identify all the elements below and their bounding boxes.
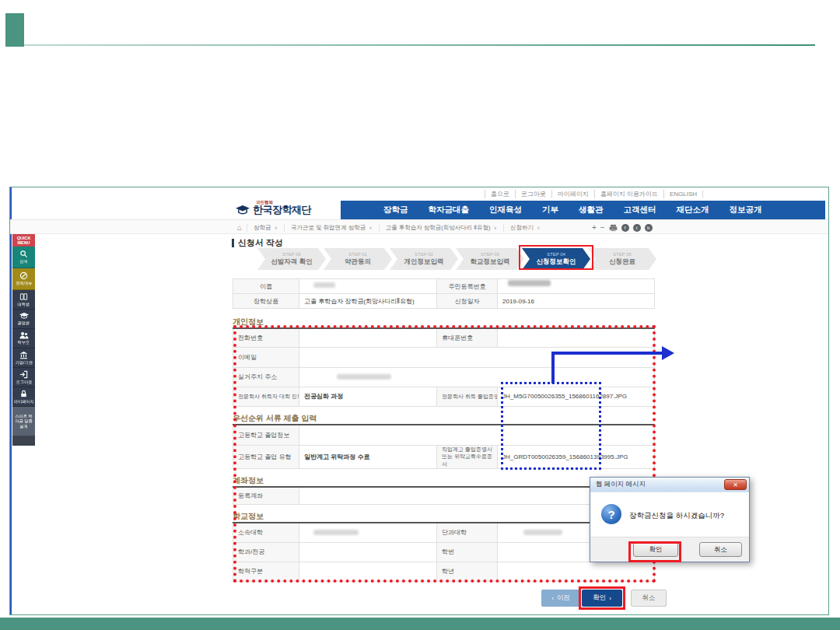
sidebar-item-mypage[interactable]: 마이페이지 (12, 387, 35, 407)
table-row: 학적구분 학년 (233, 562, 655, 581)
cancel-button-label: 취소 (642, 593, 656, 603)
step-number: STEP 05 (613, 252, 632, 258)
cell-value-email (299, 347, 655, 367)
cell-label-address: 실거주지 주소 (233, 367, 299, 387)
bank-icon (19, 351, 28, 359)
step-number: STEP 00 (282, 252, 301, 258)
table-row: 전문학사 취득자 대학 진학 유형 전공심화 과정 전문학사 취득 졸업증명서 … (233, 387, 655, 406)
utility-link-home[interactable]: 홈으로 (485, 190, 516, 198)
sidebar-item-all-menu[interactable]: 전체메뉴 (12, 268, 35, 290)
cancel-button[interactable]: 취소 (631, 590, 667, 607)
twitter-icon[interactable]: t (633, 224, 641, 232)
all-menu-icon (19, 271, 28, 280)
cell-label-highschool-info: 고등학교 졸업정보 (233, 425, 299, 445)
cell-label-associate-degree-type: 전문학사 취득자 대학 진학 유형 (233, 387, 299, 406)
breadcrumb-item-work-scholarship[interactable]: 국가근로 및 취업연계 장학금 ∨ (284, 224, 379, 232)
breadcrumb-label: 신청하기 (510, 224, 534, 232)
sidebar-item-corporate[interactable]: 기업/기관 (12, 348, 35, 368)
lock-icon (19, 390, 28, 398)
sidebar-item-smart-plan[interactable]: 스마트 학자금 맞춤설계 (12, 407, 35, 436)
section-title-personal-info: 개인정보 (233, 317, 264, 327)
breadcrumb-bar: ⌂ 장학금 ∨ 국가근로 및 취업연계 장학금 ∨ 고졸 후학습자 장학금(희망… (10, 219, 828, 234)
cell-label-vocational-certificate: 직업계고 졸업증명서 또는 위탁교육수료증서 (437, 445, 498, 468)
logout-icon (19, 370, 28, 379)
table-row: 장학상품 고졸 후학습자 장학금(희망사다리Ⅱ유형) 신청일자 2019-09-… (233, 294, 655, 309)
people-icon (19, 331, 29, 339)
blue-arrow-head (662, 346, 674, 360)
cell-value-vocational-certificate-filename: JH_GRDT0050026359_1568601393995.JPG (498, 445, 655, 468)
page-tools: + − f t b (592, 220, 653, 235)
cell-value-highschool-grad-type: 일반계고 위탁과정 수료 (299, 445, 437, 468)
nav-item-dormitory[interactable]: 생활관 (579, 205, 604, 215)
utility-link-mypage[interactable]: 마이페이지 (552, 190, 595, 198)
nav-item-customer-center[interactable]: 고객센터 (624, 205, 656, 215)
main-nav-bar: 장학금 학자금대출 인재육성 기부 생활관 고객센터 재단소개 정보공개 (341, 201, 825, 219)
font-zoom-in-button[interactable]: + (592, 224, 597, 232)
step-number: STEP 02 (415, 252, 433, 258)
cell-label-phone: 전화번호 (233, 328, 299, 347)
breadcrumb-item-apply[interactable]: 신청하기 ∨ (503, 224, 546, 232)
cell-label-registered-account: 등록계좌 (233, 487, 299, 504)
step-05-complete: STEP 05 신청완료 (588, 248, 656, 270)
cell-value-phone (299, 328, 437, 347)
step-label: 약관동의 (345, 257, 371, 266)
step-label: 개인정보입력 (404, 257, 444, 266)
cell-label-resident-no: 주민등록번호 (437, 279, 498, 294)
printer-icon[interactable] (609, 224, 618, 232)
nav-item-donation[interactable]: 기부 (542, 205, 558, 215)
section-title-priority-documents: 우선순위 서류 제출 입력 (233, 413, 317, 424)
utility-link-english[interactable]: ENGLISH (664, 191, 703, 198)
sidebar-item-parents[interactable]: 학부모 (12, 329, 35, 348)
close-icon[interactable]: ✕ (724, 479, 747, 490)
table-row: 이메일 (233, 347, 655, 367)
cell-label-product: 장학상품 (233, 294, 299, 309)
step-label: 신청완료 (609, 257, 635, 266)
sidebar-item-label: 마이페이지 (13, 399, 33, 404)
breadcrumb-item-program[interactable]: 고졸 후학습자 장학금(희망사다리 Ⅱ유형) ∨ (379, 224, 503, 232)
cell-label-highschool-grad-type: 고등학교 졸업 유형 (233, 445, 299, 468)
nav-item-about[interactable]: 재단소개 (677, 205, 709, 215)
cell-value-address (299, 367, 655, 387)
cell-value-apply-date: 2019-09-16 (498, 294, 655, 309)
table-row: 이름 주민등록번호 (233, 279, 655, 294)
utility-link-logout[interactable]: 로그아웃 (516, 190, 552, 198)
dialog-cancel-button[interactable]: 취소 (699, 542, 742, 557)
dialog-body: ? 장학금신청을 하시겠습니까? (590, 492, 749, 537)
screenshot-left-edge-line (10, 187, 12, 614)
blog-icon[interactable]: b (645, 224, 653, 232)
facebook-icon[interactable]: f (621, 224, 629, 232)
chevron-down-icon: ∨ (369, 225, 372, 230)
sidebar-item-label: 졸업생 (18, 321, 30, 326)
cell-label-major: 학과/전공 (233, 542, 299, 562)
previous-button-label: 이전 (557, 593, 570, 603)
cell-value-enrollment-status (299, 562, 437, 581)
chevron-right-icon: › (609, 595, 611, 602)
home-icon[interactable]: ⌂ (237, 223, 242, 232)
dialog-title-text: 웹 페이지 메시지 (596, 480, 646, 489)
sidebar-item-logout[interactable]: 로그아웃 (12, 368, 35, 387)
cell-value-university (299, 523, 437, 542)
nav-item-talent[interactable]: 인재육성 (489, 205, 522, 215)
sidebar-item-undergraduate[interactable]: 대학생 (12, 290, 35, 310)
breadcrumb-label: 국가근로 및 취업연계 장학금 (291, 224, 366, 232)
font-zoom-out-button[interactable]: − (600, 224, 605, 232)
nav-item-scholarship[interactable]: 장학금 (383, 205, 408, 215)
site-logo[interactable]: 국민행복 한국장학재단 (236, 201, 311, 219)
nav-item-student-loan[interactable]: 학자금대출 (429, 205, 470, 215)
confirm-button[interactable]: 확인 › (582, 590, 622, 607)
cell-value-associate-degree-type: 전공심화 과정 (299, 387, 437, 406)
sidebar-item-graduate[interactable]: 졸업생 (12, 310, 35, 329)
chevron-down-icon: ∨ (537, 225, 540, 230)
cell-label-enrollment-status: 학적구분 (233, 562, 299, 581)
dialog-ok-button[interactable]: 확인 (633, 542, 678, 557)
cell-value-resident-no (498, 279, 655, 294)
quick-menu-sidebar: QUICK MENU 검색 전체메뉴 대학생 (12, 234, 35, 446)
utility-link-guide[interactable]: 홈페이지 이용가이드 (595, 190, 664, 198)
utility-link-bar: 홈으로 로그아웃 마이페이지 홈페이지 이용가이드 ENGLISH (485, 190, 703, 198)
priority-documents-table: 고등학교 졸업정보 고등학교 졸업 유형 일반계고 위탁과정 수료 직업계고 졸… (233, 424, 654, 469)
previous-step-button[interactable]: ‹ 이전 (541, 590, 580, 607)
sidebar-item-search[interactable]: 검색 (12, 247, 35, 268)
breadcrumb-item-scholarship[interactable]: 장학금 ∨ (247, 224, 284, 232)
step-label: 학교정보입력 (471, 257, 510, 266)
nav-item-disclosure[interactable]: 정보공개 (730, 205, 762, 215)
